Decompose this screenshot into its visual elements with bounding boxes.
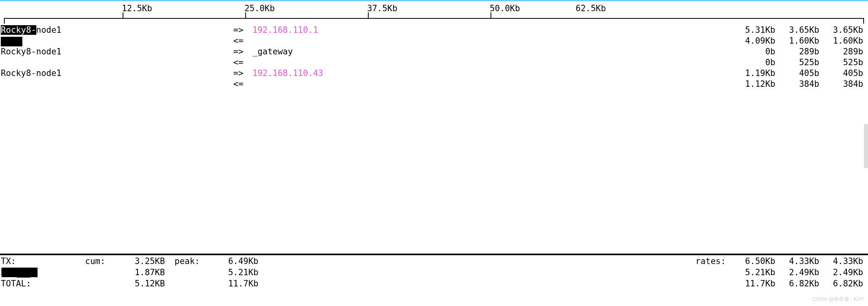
destination-host: 192.168.110.1 xyxy=(252,25,731,36)
tx-peak-value: 6.49Kb xyxy=(215,256,258,267)
tx-total-rate-10s: 4.33Kb xyxy=(775,256,819,267)
stats-row-total: TOTAL: 5.12KB 11.7Kb 11.7Kb 6.82Kb 6.82K… xyxy=(0,278,868,290)
source-host: Rocky8-node1 xyxy=(0,68,233,79)
scale-tick-5: 62.5Kb xyxy=(576,3,606,14)
rx-rate-40s: 525b xyxy=(819,57,868,68)
source-host: Rocky8-node1 xyxy=(0,46,233,57)
source-host: Rocky8-node1 xyxy=(0,25,233,36)
rx-arrow-icon: <= xyxy=(233,57,252,68)
tx-rate-10s: 405b xyxy=(775,68,819,79)
tx-rate-10s: 3.65Kb xyxy=(775,25,819,36)
tx-total-rate-40s: 4.33Kb xyxy=(819,256,868,267)
tx-rate-2s: 0b xyxy=(731,46,775,57)
tx-rate-40s: 289b xyxy=(819,46,868,57)
rx-rate-40s: 384b xyxy=(819,79,868,90)
scale-tick-3: 37.5Kb xyxy=(367,3,397,14)
rx-cum-value: 1.87KB xyxy=(121,267,165,278)
total-rate-2s: 11.7Kb xyxy=(731,278,775,289)
tx-rate-40s: 405b xyxy=(819,68,868,79)
total-rate-40s: 6.82Kb xyxy=(819,278,868,289)
destination-host: _gateway xyxy=(252,46,731,57)
rx-rate-10s: 384b xyxy=(775,79,819,90)
tx-rate-2s: 1.19Kb xyxy=(731,68,775,79)
tx-rate-2s: 5.31Kb xyxy=(731,25,775,36)
rx-rate-2s: 1.12Kb xyxy=(731,79,775,90)
vertical-scrollbar[interactable] xyxy=(864,124,868,168)
tx-total-rate-2s: 6.50Kb xyxy=(731,256,775,267)
scale-tick-2: 25.0Kb xyxy=(244,3,275,14)
rx-rate-2s: 0b xyxy=(731,57,775,68)
destination-host: 192.168.110.43 xyxy=(252,68,731,79)
connection-row-rx: <= 4.09Kb 1.60Kb 1.60Kb xyxy=(0,36,868,46)
separator-line xyxy=(0,254,868,255)
tx-arrow-icon: => xyxy=(233,46,252,57)
tx-rate-40s: 3.65Kb xyxy=(819,25,868,36)
rx-bar xyxy=(0,36,233,46)
total-label: TOTAL: xyxy=(0,278,39,289)
tx-rate-10s: 289b xyxy=(775,46,819,57)
watermark-text: CSDN @幸存者 · KXY xyxy=(812,294,864,304)
peak-heading: peak: xyxy=(175,256,215,267)
connection-row: Rocky8-node1 => _gateway 0b 289b 289b xyxy=(0,46,868,57)
total-rate-10s: 6.82Kb xyxy=(775,278,819,289)
stats-row-rx: RX: 1.87KB 5.21Kb 5.21Kb 2.49Kb 2.49Kb xyxy=(0,267,868,278)
connection-row: Rocky8-node1 => 192.168.110.1 5.31Kb 3.6… xyxy=(0,25,868,36)
rx-arrow-icon: <= xyxy=(233,79,252,90)
rx-rate-10s: 1.60Kb xyxy=(775,36,819,46)
rx-rate-10s: 525b xyxy=(775,57,819,68)
rx-total-rate-10s: 2.49Kb xyxy=(775,267,819,278)
rx-label: RX: xyxy=(0,267,39,278)
rx-arrow-icon: <= xyxy=(233,36,252,46)
tx-arrow-icon: => xyxy=(233,68,252,79)
totals-panel: TX: cum: 3.25KB peak: 6.49Kb rates: 6.50… xyxy=(0,256,868,290)
bandwidth-scale: 12.5Kb 25.0Kb 37.5Kb 50.0Kb 62.5Kb xyxy=(0,1,868,23)
rates-heading: rates: xyxy=(695,256,731,267)
connection-row: Rocky8-node1 => 192.168.110.43 1.19Kb 40… xyxy=(0,68,868,79)
tx-arrow-icon: => xyxy=(233,25,252,36)
rx-peak-value: 5.21Kb xyxy=(215,267,258,278)
cum-heading: cum: xyxy=(85,256,121,267)
rx-total-rate-2s: 5.21Kb xyxy=(731,267,775,278)
connection-row-rx: <= 0b 525b 525b xyxy=(0,57,868,68)
scale-tick-4: 50.0Kb xyxy=(490,3,520,14)
connection-row-rx: <= 1.12Kb 384b 384b xyxy=(0,79,868,90)
rx-rate-40s: 1.60Kb xyxy=(819,36,868,46)
rx-total-rate-40s: 2.49Kb xyxy=(819,267,868,278)
scale-ruler xyxy=(0,18,868,24)
tx-cum-value: 3.25KB xyxy=(121,256,165,267)
total-peak-value: 11.7Kb xyxy=(215,278,258,289)
connection-list: Rocky8-node1 => 192.168.110.1 5.31Kb 3.6… xyxy=(0,25,868,90)
total-cum-value: 5.12KB xyxy=(121,278,165,289)
stats-row-tx: TX: cum: 3.25KB peak: 6.49Kb rates: 6.50… xyxy=(0,256,868,267)
rx-rate-2s: 4.09Kb xyxy=(731,36,775,46)
scale-tick-1: 12.5Kb xyxy=(122,3,152,14)
